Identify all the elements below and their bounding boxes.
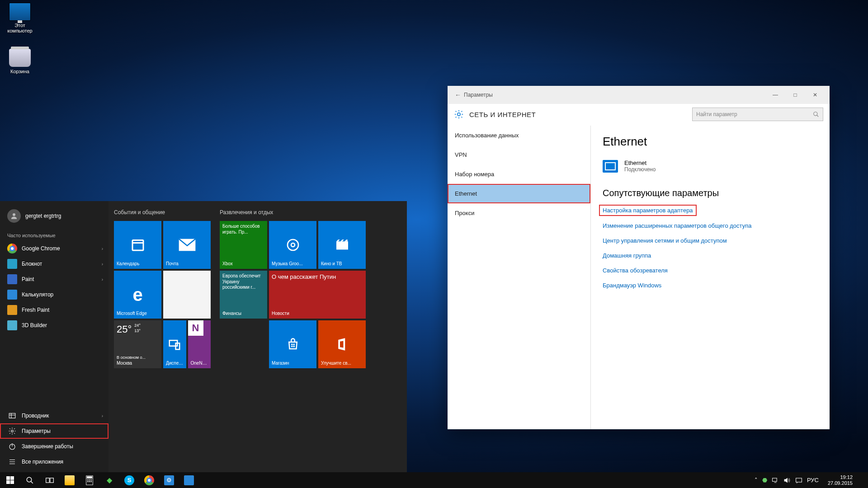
taskbar-app-explorer[interactable] <box>60 472 80 488</box>
taskbar-app-calc[interactable] <box>80 472 99 488</box>
svg-rect-21 <box>87 476 92 478</box>
app-item-label: Калькулятор <box>22 291 53 298</box>
tray-security-icon[interactable]: ⬣ <box>762 477 767 483</box>
back-button[interactable]: ← <box>452 91 464 99</box>
app-item-freshpaint[interactable]: Fresh Paint <box>0 302 108 318</box>
window-title: Параметры <box>464 92 493 98</box>
link-firewall[interactable]: Брандмауэр Windows <box>603 282 818 289</box>
clock-date: 27.09.2015 <box>828 480 853 486</box>
taskbar-app-settings[interactable]: ⚙ <box>159 472 179 488</box>
chrome-icon <box>144 475 154 485</box>
tile-groove[interactable]: Музыка Groo... <box>269 221 316 269</box>
taskbar-search[interactable] <box>20 472 40 488</box>
window-titlebar[interactable]: ← Параметры — □ ✕ <box>448 86 830 104</box>
ethernet-connection[interactable]: Ethernet Подключено <box>603 160 818 173</box>
start-item-label: Проводник <box>22 413 49 419</box>
maximize-button[interactable]: □ <box>785 88 805 102</box>
music-icon <box>269 221 316 269</box>
start-item-label: Все приложения <box>22 459 63 465</box>
desktop-icon-label: Этот компьютер <box>3 23 37 33</box>
edge-icon: e <box>114 271 161 319</box>
svg-rect-4 <box>132 240 143 251</box>
svg-rect-28 <box>772 478 777 481</box>
taskbar-clock[interactable]: 19:12 27.09.2015 <box>823 474 857 486</box>
link-homegroup[interactable]: Домашняя группа <box>603 252 818 259</box>
tray-volume-icon[interactable] <box>783 477 791 483</box>
start-button[interactable] <box>0 472 20 488</box>
frequent-header: Часто используемые <box>0 228 108 241</box>
tray-overflow-icon[interactable]: ˄ <box>755 477 758 483</box>
start-explorer[interactable]: Проводник › <box>0 408 108 423</box>
nav-item-data-usage[interactable]: Использование данных <box>448 126 590 145</box>
tile-calendar[interactable]: Календарь <box>114 221 161 269</box>
svg-point-0 <box>13 213 15 216</box>
svg-point-8 <box>288 239 298 250</box>
tile-movies[interactable]: Кино и ТВ <box>318 221 366 269</box>
link-internet-options[interactable]: Свойства обозревателя <box>603 267 818 274</box>
close-button[interactable]: ✕ <box>805 88 825 102</box>
tile-label: OneNote <box>191 361 208 366</box>
gear-icon <box>7 426 17 436</box>
gear-icon: ⚙ <box>164 475 174 485</box>
start-all-apps[interactable]: Все приложения <box>0 454 108 469</box>
desktop-icon-label: Корзина <box>3 69 37 74</box>
tile-onenote[interactable]: N OneNote <box>188 320 211 368</box>
power-icon <box>7 441 17 451</box>
nav-item-dialup[interactable]: Набор номера <box>448 164 590 184</box>
recycle-bin-icon <box>9 49 31 67</box>
tray-network-icon[interactable] <box>772 477 779 483</box>
store-icon <box>269 320 316 368</box>
taskbar-app-android[interactable]: ◆ <box>99 472 119 488</box>
tile-promo-text: Европа обеспечит Украину российскими г..… <box>222 273 264 291</box>
tile-edge[interactable]: e Microsoft Edge <box>114 271 161 319</box>
desktop-icon-computer[interactable]: Этот компьютер <box>3 3 37 33</box>
tile-weather[interactable]: 25° 24°13° В основном о... Москва <box>114 320 161 368</box>
gear-icon <box>454 109 464 119</box>
windows-logo-icon <box>6 476 14 484</box>
chevron-right-icon: › <box>102 246 103 251</box>
tile-label: Новости <box>272 311 363 316</box>
svg-rect-29 <box>796 478 802 482</box>
app-item-chrome[interactable]: Google Chrome › <box>0 241 108 256</box>
minimize-button[interactable]: — <box>765 88 785 102</box>
link-adapter-settings[interactable]: Настройка параметров адаптера <box>600 206 696 215</box>
taskbar-app-skype[interactable]: S <box>119 472 139 488</box>
app-item-calculator[interactable]: Калькулятор <box>0 287 108 302</box>
tray-language[interactable]: РУС <box>807 477 819 483</box>
desktop-icon-recycle-bin[interactable]: Корзина <box>3 49 37 74</box>
taskbar: ◆ S ⚙ ˄ ⬣ РУС 19:12 27.09.2015 <box>0 472 868 488</box>
calculator-icon <box>7 290 17 300</box>
tile-store[interactable]: Магазин <box>269 320 316 368</box>
tile-news[interactable]: О чем расскажет Путин Новости <box>269 271 366 319</box>
weather-readout: 25° 24°13° <box>117 323 159 336</box>
svg-point-23 <box>89 479 90 480</box>
settings-search-input[interactable]: Найти параметр <box>692 108 823 121</box>
link-network-center[interactable]: Центр управления сетями и общим доступом <box>603 237 818 244</box>
nav-item-vpn[interactable]: VPN <box>448 145 590 164</box>
nav-item-ethernet[interactable]: Ethernet <box>448 184 590 203</box>
related-settings-title: Сопутствующие параметры <box>603 188 818 198</box>
task-view-button[interactable] <box>40 472 60 488</box>
nav-item-proxy[interactable]: Прокси <box>448 203 590 223</box>
app-item-3dbuilder[interactable]: 3D Builder <box>0 318 108 333</box>
app-item-notepad[interactable]: Блокнот › <box>0 256 108 272</box>
chevron-right-icon: › <box>102 277 103 282</box>
tile-label: Xbox <box>222 261 264 266</box>
tile-mail[interactable]: Почта <box>163 221 211 269</box>
taskbar-app-generic[interactable] <box>179 472 199 488</box>
tray-notifications-icon[interactable] <box>795 477 802 483</box>
app-item-label: Fresh Paint <box>22 307 49 313</box>
app-item-label: Блокнот <box>22 261 42 267</box>
tile-xbox[interactable]: Больше способов играть. Пр... Xbox <box>220 221 267 269</box>
start-power[interactable]: Завершение работы <box>0 439 108 454</box>
taskbar-app-chrome[interactable] <box>139 472 159 488</box>
app-item-paint[interactable]: Paint › <box>0 272 108 287</box>
tile-finance[interactable]: Европа обеспечит Украину российскими г..… <box>220 271 267 319</box>
link-advanced-sharing[interactable]: Изменение расширенных параметров общего … <box>603 222 818 229</box>
computer-icon <box>9 3 31 21</box>
start-user[interactable]: gergtet ergtrtrg <box>0 204 108 228</box>
tile-office[interactable]: Улучшите св... <box>318 320 366 368</box>
tile-preview[interactable] <box>163 271 211 319</box>
start-settings[interactable]: Параметры <box>0 423 108 439</box>
tile-phone-companion[interactable]: Диспетчер те... <box>163 320 186 368</box>
